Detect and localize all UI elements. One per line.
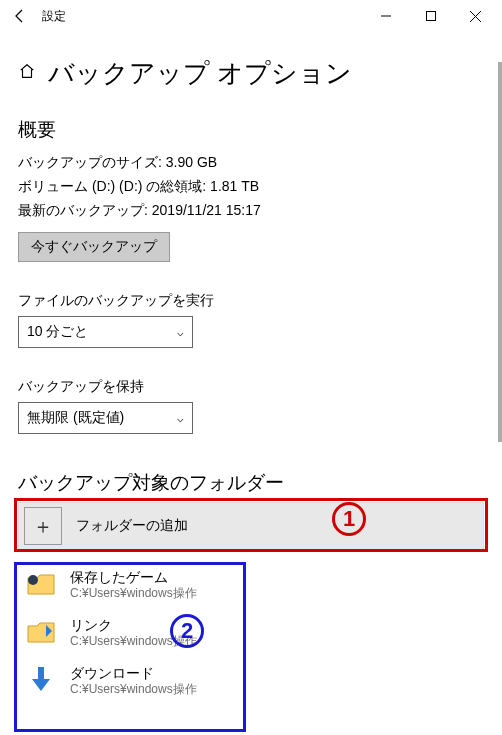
- content: バックアップ オプション 概要 バックアップのサイズ: 3.90 GB ボリュー…: [0, 32, 502, 704]
- maximize-button[interactable]: [408, 1, 453, 31]
- back-button[interactable]: [4, 0, 36, 32]
- folder-name: ダウンロード: [70, 665, 197, 682]
- retention-value: 無期限 (既定値): [27, 409, 124, 427]
- folder-text: 保存したゲーム C:¥Users¥windows操作: [70, 569, 197, 600]
- folder-path: C:¥Users¥windows操作: [70, 682, 197, 696]
- plus-icon: ＋: [24, 507, 62, 545]
- folder-path: C:¥Users¥windows操作: [70, 634, 197, 648]
- folder-item[interactable]: リンク C:¥Users¥windows操作: [18, 608, 484, 656]
- window-title: 設定: [42, 8, 66, 25]
- minimize-button[interactable]: [363, 1, 408, 31]
- close-button[interactable]: [453, 1, 498, 31]
- retention-section: バックアップを保持 無期限 (既定値) ⌵: [18, 378, 484, 434]
- svg-rect-1: [426, 12, 435, 21]
- add-folder-label: フォルダーの追加: [76, 517, 188, 535]
- frequency-section: ファイルのバックアップを実行 10 分ごと ⌵: [18, 292, 484, 348]
- folder-text: リンク C:¥Users¥windows操作: [70, 617, 197, 648]
- volume-space: ボリューム (D:) (D:) の総領域: 1.81 TB: [18, 175, 484, 199]
- retention-select[interactable]: 無期限 (既定値) ⌵: [18, 402, 193, 434]
- home-icon[interactable]: [18, 62, 36, 85]
- folder-text: ダウンロード C:¥Users¥windows操作: [70, 665, 197, 696]
- folder-icon: [24, 615, 58, 649]
- frequency-value: 10 分ごと: [27, 323, 88, 341]
- folders-heading: バックアップ対象のフォルダー: [18, 470, 484, 496]
- frequency-select[interactable]: 10 分ごと ⌵: [18, 316, 193, 348]
- titlebar: 設定: [0, 0, 502, 32]
- folder-name: 保存したゲーム: [70, 569, 197, 586]
- scrollbar[interactable]: [498, 62, 502, 442]
- backup-now-button[interactable]: 今すぐバックアップ: [18, 232, 170, 262]
- add-folder-row[interactable]: ＋ フォルダーの追加: [18, 502, 484, 550]
- backup-size: バックアップのサイズ: 3.90 GB: [18, 151, 484, 175]
- overview-section: 概要 バックアップのサイズ: 3.90 GB ボリューム (D:) (D:) の…: [18, 117, 484, 262]
- chevron-down-icon: ⌵: [177, 326, 184, 339]
- folder-icon: [24, 567, 58, 601]
- svg-point-4: [28, 575, 38, 585]
- window-controls: [363, 1, 498, 31]
- folder-item[interactable]: 保存したゲーム C:¥Users¥windows操作: [18, 560, 484, 608]
- chevron-down-icon: ⌵: [177, 412, 184, 425]
- frequency-label: ファイルのバックアップを実行: [18, 292, 484, 310]
- folder-path: C:¥Users¥windows操作: [70, 586, 197, 600]
- overview-heading: 概要: [18, 117, 484, 143]
- retention-label: バックアップを保持: [18, 378, 484, 396]
- folder-name: リンク: [70, 617, 197, 634]
- last-backup: 最新のバックアップ: 2019/11/21 15:17: [18, 199, 484, 223]
- page-heading: バックアップ オプション: [18, 56, 484, 91]
- download-icon: [24, 663, 58, 697]
- page-title: バックアップ オプション: [48, 56, 352, 91]
- folder-item[interactable]: ダウンロード C:¥Users¥windows操作: [18, 656, 484, 704]
